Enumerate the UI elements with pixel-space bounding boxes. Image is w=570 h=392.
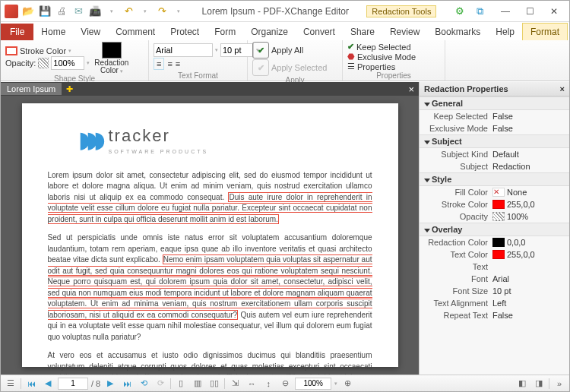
tab-view[interactable]: View: [73, 24, 108, 40]
settings-icon[interactable]: ⚙: [452, 4, 467, 19]
apply-all-button[interactable]: ✔Apply All: [252, 42, 327, 58]
tab-share[interactable]: Share: [343, 24, 382, 40]
tab-form[interactable]: Form: [207, 24, 243, 40]
panel-header: Redaction Properties×: [420, 82, 569, 96]
titlebar: 📂 💾 🖨 ✉ 📠 ▾ ↶ ▾ ↷ ▾ Lorem Ipsum - PDF-XC…: [1, 1, 569, 22]
prev-page-icon[interactable]: ◀: [41, 378, 55, 390]
scan-icon[interactable]: 📠: [87, 4, 103, 19]
app-icon[interactable]: [4, 4, 19, 19]
redo-drop-icon[interactable]: ▾: [171, 4, 186, 19]
prop-opacity[interactable]: Opacity100%: [420, 210, 569, 223]
quick-access-toolbar: 📂 💾 🖨 ✉ 📠 ▾ ↶ ▾ ↷ ▾: [1, 2, 189, 21]
prop-subject[interactable]: SubjectRedaction: [420, 160, 569, 172]
options-icon[interactable]: ☰: [4, 378, 17, 390]
fit-width-icon[interactable]: ↔: [245, 378, 258, 390]
prop-font-size[interactable]: Font Size10 pt: [420, 285, 569, 297]
document-area: Lorem Ipsum ✚ × ◗◗◗ tracker SOFTWARE PRO…: [1, 82, 419, 375]
save-icon[interactable]: 💾: [37, 4, 52, 19]
properties-button[interactable]: ☰Properties: [347, 62, 416, 71]
doc-close-button[interactable]: ×: [404, 84, 419, 95]
undo-icon[interactable]: ↶: [121, 4, 136, 19]
panel-close-icon[interactable]: ×: [560, 84, 565, 93]
section-style[interactable]: Style: [420, 172, 569, 186]
align-center-icon[interactable]: ≡: [167, 59, 172, 68]
prop-fill-color[interactable]: Fill Color✕None: [420, 186, 569, 198]
group-label: Properties: [347, 71, 440, 80]
fit-page-icon[interactable]: ⇲: [228, 378, 242, 390]
align-left-icon[interactable]: ≡: [154, 58, 164, 70]
undo-drop-icon[interactable]: ▾: [138, 4, 153, 19]
tab-format[interactable]: Format: [522, 23, 568, 40]
tab-convert[interactable]: Convert: [296, 24, 343, 40]
last-page-icon[interactable]: ⏭: [120, 378, 134, 390]
nav-fwd-icon[interactable]: ⟳: [154, 378, 167, 390]
apply-selected-button[interactable]: ✔Apply Selected: [252, 59, 327, 76]
tab-organize[interactable]: Organize: [243, 24, 296, 40]
logo-text: tracker: [109, 124, 209, 148]
first-page-icon[interactable]: ⏮: [24, 378, 38, 390]
exclusive-mode-button[interactable]: ⬣Exclusive Mode: [347, 52, 416, 62]
prop-repeat-text[interactable]: Repeat TextFalse: [420, 309, 569, 321]
tab-help[interactable]: Help: [488, 24, 522, 40]
sidebar-left-icon[interactable]: ◧: [515, 378, 529, 390]
zoom-input[interactable]: [295, 378, 331, 390]
next-page-icon[interactable]: ▶: [103, 378, 117, 390]
prop-text[interactable]: Text: [420, 261, 569, 273]
keep-selected-button[interactable]: ✔Keep Selected: [347, 42, 416, 52]
zoom-in-icon[interactable]: ⊕: [340, 378, 354, 390]
tab-home[interactable]: Home: [33, 24, 73, 40]
page-viewport[interactable]: ◗◗◗ tracker SOFTWARE PRODUCTS Lorem ipsu…: [1, 96, 419, 375]
nav-back-icon[interactable]: ⟲: [137, 378, 150, 390]
zoom-out-icon[interactable]: ⊖: [278, 378, 292, 390]
group-shape-style: Stroke Color ▾ Opacity:▾ RedactionColor …: [1, 40, 149, 81]
file-tab[interactable]: File: [1, 24, 33, 40]
tab-protect[interactable]: Protect: [163, 24, 207, 40]
redo-icon[interactable]: ↷: [154, 4, 169, 19]
prop-text-alignment[interactable]: Text AlignmentLeft: [420, 297, 569, 309]
layout-single-icon[interactable]: ▯: [174, 378, 188, 390]
section-subject[interactable]: Subject: [420, 134, 569, 148]
prop-font[interactable]: FontArial: [420, 273, 569, 285]
layout-two-icon[interactable]: ▯▯: [207, 378, 221, 390]
prop-exclusive-mode[interactable]: Exclusive ModeFalse: [420, 122, 569, 134]
layout-cont-icon[interactable]: ▥: [191, 378, 204, 390]
print-icon[interactable]: 🖨: [54, 4, 69, 19]
prop-keep-selected[interactable]: Keep SelectedFalse: [420, 110, 569, 122]
align-right-icon[interactable]: ≡: [176, 59, 180, 68]
logo-mark-icon: ◗◗◗: [78, 123, 101, 156]
tab-bookmarks[interactable]: Bookmarks: [427, 24, 488, 40]
fit-height-icon[interactable]: ↕: [261, 378, 275, 390]
tab-review[interactable]: Review: [382, 24, 427, 40]
redaction-color-button[interactable]: RedactionColor ▾: [94, 42, 128, 74]
minimize-button[interactable]: —: [495, 4, 516, 19]
prop-text-color[interactable]: Text Color255,0,0: [420, 248, 569, 261]
doc-tab[interactable]: Lorem Ipsum: [1, 83, 62, 95]
prop-subject-kind[interactable]: Subject KindDefault: [420, 148, 569, 160]
expand-icon[interactable]: »: [553, 378, 566, 390]
maximize-button[interactable]: ☐: [519, 4, 540, 19]
redaction-properties-panel: Redaction Properties× General Keep Selec…: [419, 82, 569, 375]
zoom-drop-icon[interactable]: ▾: [334, 381, 337, 387]
font-input[interactable]: [154, 43, 213, 57]
new-tab-button[interactable]: ✚: [62, 84, 78, 94]
stroke-color-button[interactable]: Stroke Color ▾: [5, 46, 90, 55]
email-icon[interactable]: ✉: [71, 4, 86, 19]
prop-stroke-color[interactable]: Stroke Color255,0,0: [420, 198, 569, 210]
stroke-swatch-icon: [5, 46, 17, 55]
prop-redaction-color[interactable]: Redaction Color0,0,0: [420, 236, 569, 248]
qat-drop-icon[interactable]: ▾: [104, 4, 119, 19]
group-label: Text Format: [154, 71, 242, 80]
section-overlay[interactable]: Overlay: [420, 223, 569, 236]
sidebar-right-icon[interactable]: ◨: [532, 378, 546, 390]
workspace: Lorem Ipsum ✚ × ◗◗◗ tracker SOFTWARE PRO…: [1, 82, 569, 375]
fill-swatch-icon: [102, 42, 122, 58]
window-controls: — ☐ ✕: [490, 4, 569, 19]
opacity-input[interactable]: [51, 56, 84, 70]
logo: ◗◗◗ tracker SOFTWARE PRODUCTS: [78, 123, 372, 156]
close-button[interactable]: ✕: [543, 4, 565, 19]
open-icon[interactable]: 📂: [21, 4, 36, 19]
tab-comment[interactable]: Comment: [108, 24, 163, 40]
launch-icon[interactable]: ⧉: [472, 4, 487, 19]
page-input[interactable]: [58, 378, 88, 390]
section-general[interactable]: General: [420, 96, 569, 110]
